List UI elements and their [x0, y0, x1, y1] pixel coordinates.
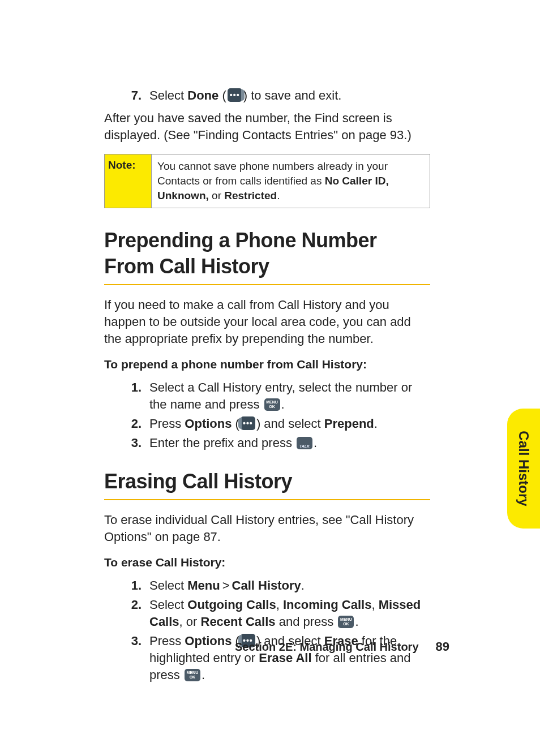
bold-menu: Menu — [187, 578, 220, 592]
note-box: Note: You cannot save phone numbers alre… — [104, 154, 430, 208]
menu-ok-icon — [338, 616, 354, 628]
step-number: 1. — [110, 379, 149, 396]
bold-done: Done — [187, 88, 218, 102]
text: Select — [149, 578, 187, 592]
text: Select — [149, 88, 187, 102]
prepend-step-2: 2. Press Options () and select Prepend. — [110, 415, 430, 432]
heading-rule — [104, 499, 430, 500]
footer-page-number: 89 — [436, 639, 449, 654]
text: ) and select — [256, 416, 324, 431]
menu-separator: > — [220, 578, 232, 592]
step-text: Select Outgoing Calls, Incoming Calls, M… — [149, 596, 430, 630]
footer-section-title: Section 2E: Managing Call History — [235, 641, 419, 654]
step-text: Select Menu>Call History. — [149, 577, 430, 594]
erase-step-1: 1. Select Menu>Call History. — [110, 577, 430, 594]
erase-subhead: To erase Call History: — [104, 556, 430, 569]
step-number: 2. — [110, 415, 149, 432]
text: . — [301, 578, 305, 592]
prepend-step-1: 1. Select a Call History entry, select t… — [110, 379, 430, 413]
text: . — [281, 397, 285, 411]
step-number: 7. — [110, 87, 149, 104]
step-number: 1. — [110, 577, 149, 594]
prepend-intro: If you need to make a call from Call His… — [104, 297, 430, 347]
text: Select — [149, 598, 187, 612]
text: Press — [149, 416, 185, 431]
bold: Outgoing Calls — [187, 598, 276, 612]
softkey-dots-icon — [228, 88, 242, 102]
step-text: Select a Call History entry, select the … — [149, 379, 430, 413]
step-text: Select Done () to save and exit. — [149, 87, 430, 104]
heading-prepending: Prepending a Phone Number From Call Hist… — [104, 227, 430, 280]
menu-ok-icon — [264, 398, 280, 411]
bold-prepend: Prepend — [324, 416, 374, 431]
heading-erasing: Erasing Call History — [104, 469, 430, 495]
bold-options: Options — [185, 416, 232, 431]
note-label: Note: — [105, 154, 152, 208]
text: . — [374, 416, 378, 431]
text: and press — [276, 615, 337, 629]
step-number: 2. — [110, 596, 149, 613]
text: . — [314, 436, 317, 450]
step-number: 3. — [110, 435, 149, 452]
heading-rule — [104, 284, 430, 285]
softkey-dots-icon — [241, 416, 255, 430]
side-tab-call-history: Call History — [507, 409, 540, 529]
text: , — [371, 598, 378, 612]
text: ( — [218, 88, 226, 102]
page-footer: Section 2E: Managing Call History 89 — [104, 639, 449, 654]
bold: Incoming Calls — [283, 598, 371, 612]
text: , — [276, 598, 283, 612]
text: ) to save and exit. — [243, 88, 342, 102]
step-text: Enter the prefix and press . — [149, 435, 430, 452]
side-tab-label: Call History — [516, 431, 532, 506]
note-body: You cannot save phone numbers already in… — [152, 154, 430, 208]
bold: Recent Calls — [201, 615, 276, 629]
text: . — [202, 668, 205, 682]
text: . — [355, 615, 358, 629]
after-save-paragraph: After you have saved the number, the Fin… — [104, 110, 430, 144]
prepend-subhead: To prepend a phone number from Call Hist… — [104, 358, 430, 371]
erase-intro: To erase individual Call History entries… — [104, 512, 430, 545]
prepend-step-3: 3. Enter the prefix and press . — [110, 435, 430, 452]
menu-ok-icon — [185, 669, 200, 681]
text: , or — [179, 615, 201, 629]
talk-key-icon — [297, 437, 312, 449]
step-7: 7. Select Done () to save and exit. — [110, 87, 430, 104]
erase-step-2: 2. Select Outgoing Calls, Incoming Calls… — [110, 596, 430, 630]
bold: Restricted — [224, 190, 277, 201]
bold-call-history: Call History — [232, 578, 301, 592]
text: or — [209, 190, 224, 201]
text: . — [277, 190, 280, 201]
text: Enter the prefix and press — [149, 436, 295, 450]
step-text: Press Options () and select Prepend. — [149, 415, 430, 432]
